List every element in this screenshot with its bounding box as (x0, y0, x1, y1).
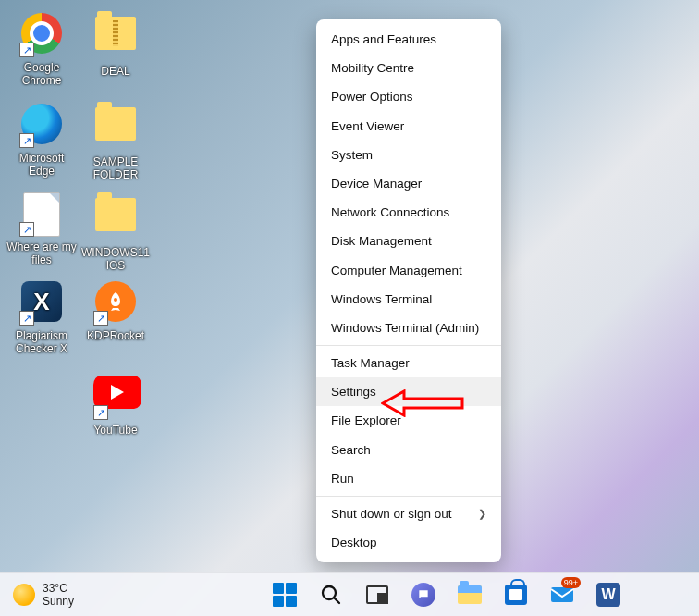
menu-apps-and-features[interactable]: Apps and Features (316, 25, 501, 54)
taskbar-center: 99+ W (74, 582, 699, 608)
icon-sample-folder[interactable]: SAMPLE FOLDER (79, 102, 153, 181)
weather-text: 33°C Sunny (43, 582, 74, 608)
icon-where-are-my-files[interactable]: ↗ Where are my files (5, 192, 79, 266)
shortcut-arrow-icon: ↗ (19, 43, 34, 57)
sun-icon (13, 584, 35, 606)
icon-label: DEAL (101, 65, 129, 78)
start-button[interactable] (272, 582, 298, 608)
icon-label: WINDOWS11 IOS (81, 246, 150, 272)
folder-icon (95, 107, 136, 141)
file-explorer-button[interactable] (457, 582, 483, 608)
chat-button[interactable] (411, 582, 436, 608)
menu-windows-terminal-admin[interactable]: Windows Terminal (Admin) (316, 314, 501, 342)
menu-power-options[interactable]: Power Options (316, 82, 501, 111)
menu-separator (316, 345, 501, 346)
menu-settings[interactable]: Settings (316, 377, 501, 406)
menu-desktop[interactable]: Desktop (316, 528, 501, 557)
youtube-icon (93, 376, 141, 409)
word-button[interactable]: W (595, 582, 621, 608)
winx-context-menu: Apps and Features Mobility Centre Power … (316, 19, 501, 562)
shortcut-arrow-icon: ↗ (19, 222, 34, 237)
search-icon (320, 584, 342, 606)
menu-separator (316, 496, 501, 497)
svg-rect-2 (551, 587, 573, 602)
file-explorer-icon (458, 585, 482, 604)
zip-folder-icon (95, 17, 136, 50)
svg-line-1 (335, 598, 340, 603)
shortcut-arrow-icon: ↗ (93, 405, 108, 420)
microsoft-store-button[interactable] (503, 582, 529, 608)
icon-kdprocket[interactable]: ↗ KDPRocket (79, 279, 153, 342)
menu-task-manager[interactable]: Task Manager (316, 349, 501, 377)
icon-youtube[interactable]: ↗ YouTube (79, 370, 153, 437)
icon-google-chrome[interactable]: ↗ Google Chrome (5, 11, 79, 87)
task-view-button[interactable] (364, 582, 390, 608)
menu-file-explorer[interactable]: File Explorer (316, 406, 501, 435)
icon-label: Plagiarism Checker X (16, 329, 67, 355)
icon-deal-folder[interactable]: DEAL (79, 11, 153, 78)
word-icon: W (596, 583, 620, 607)
menu-run[interactable]: Run (316, 464, 501, 493)
icon-plagiarism-checker-x[interactable]: X ↗ Plagiarism Checker X (5, 279, 79, 355)
icon-label: Microsoft Edge (19, 152, 65, 178)
shortcut-arrow-icon: ↗ (93, 311, 108, 326)
icon-label: KDPRocket (87, 329, 144, 342)
search-button[interactable] (318, 582, 344, 608)
icon-windows11-ios-folder[interactable]: WINDOWS11 IOS (79, 192, 153, 272)
menu-windows-terminal[interactable]: Windows Terminal (316, 285, 501, 314)
shortcut-arrow-icon: ↗ (19, 133, 34, 148)
task-view-icon (366, 585, 388, 604)
shortcut-arrow-icon: ↗ (19, 311, 34, 326)
icon-microsoft-edge[interactable]: ↗ Microsoft Edge (5, 102, 79, 178)
menu-shut-down-or-sign-out[interactable]: Shut down or sign out ❯ (316, 499, 501, 528)
icon-label: Where are my files (6, 240, 76, 266)
windows-logo-icon (273, 583, 297, 607)
store-icon (505, 585, 527, 605)
mail-button[interactable]: 99+ (549, 582, 575, 608)
menu-network-connections[interactable]: Network Connections (316, 198, 501, 227)
weather-widget[interactable]: 33°C Sunny (13, 582, 74, 608)
menu-event-viewer[interactable]: Event Viewer (316, 112, 501, 141)
menu-computer-management[interactable]: Computer Management (316, 256, 501, 285)
icon-label: SAMPLE FOLDER (93, 155, 139, 181)
menu-mobility-centre[interactable]: Mobility Centre (316, 54, 501, 82)
menu-search[interactable]: Search (316, 436, 501, 464)
folder-icon (95, 198, 136, 231)
icon-label: YouTube (93, 424, 137, 437)
icon-label: Google Chrome (22, 61, 62, 87)
menu-device-manager[interactable]: Device Manager (316, 169, 501, 198)
mail-badge: 99+ (561, 577, 581, 588)
taskbar: 33°C Sunny (0, 572, 699, 616)
chevron-right-icon: ❯ (478, 499, 486, 528)
menu-disk-management[interactable]: Disk Management (316, 227, 501, 255)
chat-icon (411, 583, 435, 607)
menu-system[interactable]: System (316, 141, 501, 169)
